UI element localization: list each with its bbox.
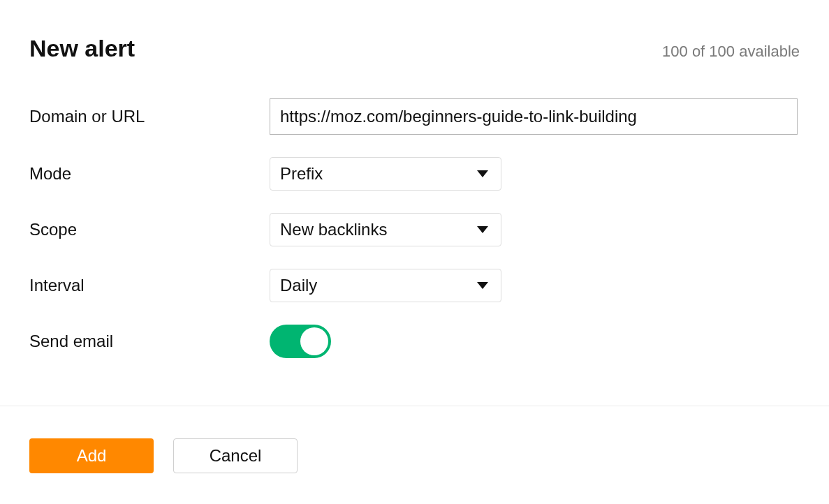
mode-select[interactable]: Prefix — [270, 157, 501, 191]
toggle-knob — [300, 327, 328, 355]
chevron-down-icon — [477, 226, 488, 233]
interval-label: Interval — [29, 276, 270, 295]
mode-value: Prefix — [280, 164, 323, 184]
scope-select[interactable]: New backlinks — [270, 213, 501, 246]
domain-row: Domain or URL — [29, 98, 800, 135]
add-button[interactable]: Add — [29, 438, 154, 473]
mode-label: Mode — [29, 164, 270, 184]
availability-text: 100 of 100 available — [662, 43, 800, 61]
chevron-down-icon — [477, 170, 488, 177]
page-title: New alert — [29, 35, 135, 62]
form-header: New alert 100 of 100 available — [29, 35, 800, 62]
send-email-label: Send email — [29, 332, 270, 351]
send-email-toggle[interactable] — [270, 325, 331, 358]
chevron-down-icon — [477, 282, 488, 289]
scope-value: New backlinks — [280, 220, 387, 239]
interval-value: Daily — [280, 276, 317, 295]
footer-actions: Add Cancel — [0, 406, 829, 504]
cancel-button[interactable]: Cancel — [173, 438, 298, 473]
scope-label: Scope — [29, 220, 270, 239]
mode-row: Mode Prefix — [29, 157, 800, 191]
domain-input[interactable] — [270, 98, 798, 135]
domain-label: Domain or URL — [29, 107, 270, 126]
interval-row: Interval Daily — [29, 269, 800, 302]
send-email-row: Send email — [29, 325, 800, 358]
scope-row: Scope New backlinks — [29, 213, 800, 246]
interval-select[interactable]: Daily — [270, 269, 501, 302]
